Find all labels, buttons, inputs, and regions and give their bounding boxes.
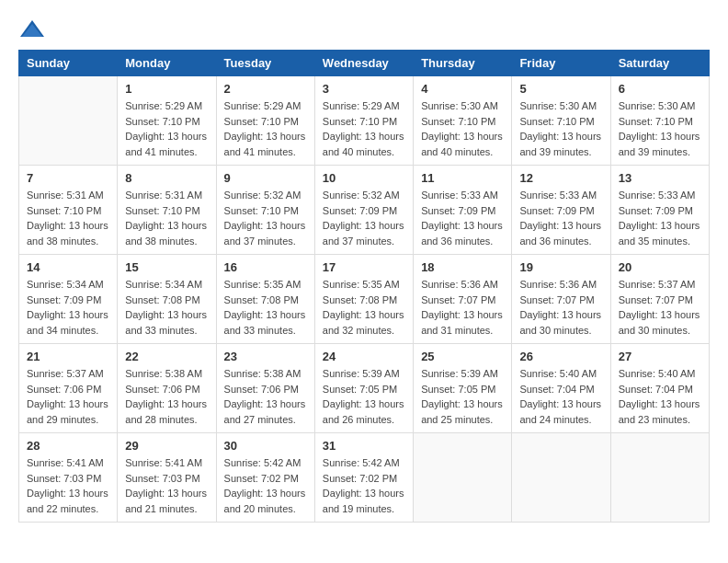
day-cell (414, 433, 512, 523)
page-header (18, 18, 710, 40)
day-info: Sunrise: 5:30 AM Sunset: 7:10 PM Dayligh… (421, 98, 504, 159)
day-info: Sunrise: 5:41 AM Sunset: 7:03 PM Dayligh… (125, 455, 208, 516)
day-cell: 31Sunrise: 5:42 AM Sunset: 7:02 PM Dayli… (314, 433, 413, 523)
day-number: 26 (519, 350, 602, 363)
day-cell: 5Sunrise: 5:30 AM Sunset: 7:10 PM Daylig… (512, 76, 610, 166)
day-number: 28 (27, 439, 109, 453)
day-cell: 8Sunrise: 5:31 AM Sunset: 7:10 PM Daylig… (118, 166, 216, 255)
logo-icon (18, 18, 46, 40)
day-cell: 7Sunrise: 5:31 AM Sunset: 7:10 PM Daylig… (19, 166, 118, 255)
day-number: 27 (619, 350, 701, 363)
day-info: Sunrise: 5:36 AM Sunset: 7:07 PM Dayligh… (421, 277, 504, 338)
day-number: 22 (125, 350, 208, 363)
day-info: Sunrise: 5:32 AM Sunset: 7:09 PM Dayligh… (323, 188, 405, 248)
day-number: 10 (323, 171, 405, 185)
day-info: Sunrise: 5:30 AM Sunset: 7:10 PM Dayligh… (619, 98, 701, 159)
weekday-header-wednesday: Wednesday (314, 51, 413, 76)
day-number: 16 (224, 260, 307, 274)
weekday-header-friday: Friday (512, 51, 610, 76)
day-cell: 16Sunrise: 5:35 AM Sunset: 7:08 PM Dayli… (216, 255, 314, 344)
week-row-1: 1Sunrise: 5:29 AM Sunset: 7:10 PM Daylig… (19, 76, 710, 166)
weekday-header-row: SundayMondayTuesdayWednesdayThursdayFrid… (19, 51, 710, 76)
day-number: 29 (125, 439, 208, 453)
day-number: 4 (421, 82, 504, 96)
day-cell: 1Sunrise: 5:29 AM Sunset: 7:10 PM Daylig… (118, 76, 216, 166)
day-number: 31 (323, 439, 405, 453)
day-cell: 19Sunrise: 5:36 AM Sunset: 7:07 PM Dayli… (512, 255, 610, 344)
day-number: 5 (519, 82, 602, 96)
day-cell: 2Sunrise: 5:29 AM Sunset: 7:10 PM Daylig… (216, 76, 314, 166)
week-row-3: 14Sunrise: 5:34 AM Sunset: 7:09 PM Dayli… (19, 255, 710, 344)
day-cell: 28Sunrise: 5:41 AM Sunset: 7:03 PM Dayli… (19, 433, 118, 523)
day-number: 11 (421, 171, 504, 185)
day-number: 6 (619, 82, 701, 96)
week-row-5: 28Sunrise: 5:41 AM Sunset: 7:03 PM Dayli… (19, 433, 710, 523)
day-cell: 22Sunrise: 5:38 AM Sunset: 7:06 PM Dayli… (118, 344, 216, 433)
day-number: 20 (619, 260, 701, 274)
day-cell: 25Sunrise: 5:39 AM Sunset: 7:05 PM Dayli… (414, 344, 512, 433)
day-info: Sunrise: 5:38 AM Sunset: 7:06 PM Dayligh… (125, 366, 208, 427)
day-info: Sunrise: 5:33 AM Sunset: 7:09 PM Dayligh… (619, 188, 701, 248)
day-info: Sunrise: 5:36 AM Sunset: 7:07 PM Dayligh… (519, 277, 602, 338)
day-info: Sunrise: 5:33 AM Sunset: 7:09 PM Dayligh… (519, 188, 602, 248)
day-cell: 4Sunrise: 5:30 AM Sunset: 7:10 PM Daylig… (414, 76, 512, 166)
day-number: 19 (519, 260, 602, 274)
day-number: 1 (125, 82, 208, 96)
day-info: Sunrise: 5:31 AM Sunset: 7:10 PM Dayligh… (125, 188, 208, 248)
day-cell (610, 433, 709, 523)
day-info: Sunrise: 5:31 AM Sunset: 7:10 PM Dayligh… (27, 188, 109, 248)
day-cell: 12Sunrise: 5:33 AM Sunset: 7:09 PM Dayli… (512, 166, 610, 255)
day-number: 9 (224, 171, 307, 185)
day-info: Sunrise: 5:37 AM Sunset: 7:07 PM Dayligh… (619, 277, 701, 338)
day-cell: 17Sunrise: 5:35 AM Sunset: 7:08 PM Dayli… (314, 255, 413, 344)
day-info: Sunrise: 5:33 AM Sunset: 7:09 PM Dayligh… (421, 188, 504, 248)
weekday-header-thursday: Thursday (414, 51, 512, 76)
week-row-2: 7Sunrise: 5:31 AM Sunset: 7:10 PM Daylig… (19, 166, 710, 255)
day-cell: 14Sunrise: 5:34 AM Sunset: 7:09 PM Dayli… (19, 255, 118, 344)
day-cell: 13Sunrise: 5:33 AM Sunset: 7:09 PM Dayli… (610, 166, 709, 255)
day-info: Sunrise: 5:42 AM Sunset: 7:02 PM Dayligh… (224, 455, 307, 516)
day-cell (19, 76, 118, 166)
day-number: 13 (619, 171, 701, 185)
day-number: 17 (323, 260, 405, 274)
calendar-table: SundayMondayTuesdayWednesdayThursdayFrid… (18, 50, 710, 523)
day-number: 21 (27, 350, 109, 363)
day-cell (512, 433, 610, 523)
day-info: Sunrise: 5:29 AM Sunset: 7:10 PM Dayligh… (224, 98, 307, 159)
day-cell: 29Sunrise: 5:41 AM Sunset: 7:03 PM Dayli… (118, 433, 216, 523)
day-cell: 6Sunrise: 5:30 AM Sunset: 7:10 PM Daylig… (610, 76, 709, 166)
day-info: Sunrise: 5:30 AM Sunset: 7:10 PM Dayligh… (519, 98, 602, 159)
day-info: Sunrise: 5:32 AM Sunset: 7:10 PM Dayligh… (224, 188, 307, 248)
day-number: 25 (421, 350, 504, 363)
day-info: Sunrise: 5:42 AM Sunset: 7:02 PM Dayligh… (323, 455, 405, 516)
day-info: Sunrise: 5:38 AM Sunset: 7:06 PM Dayligh… (224, 366, 307, 427)
day-cell: 15Sunrise: 5:34 AM Sunset: 7:08 PM Dayli… (118, 255, 216, 344)
day-number: 15 (125, 260, 208, 274)
day-info: Sunrise: 5:40 AM Sunset: 7:04 PM Dayligh… (619, 366, 701, 427)
day-number: 7 (27, 171, 109, 185)
day-cell: 26Sunrise: 5:40 AM Sunset: 7:04 PM Dayli… (512, 344, 610, 433)
day-cell: 18Sunrise: 5:36 AM Sunset: 7:07 PM Dayli… (414, 255, 512, 344)
day-number: 24 (323, 350, 405, 363)
day-number: 18 (421, 260, 504, 274)
logo (18, 18, 50, 40)
day-info: Sunrise: 5:39 AM Sunset: 7:05 PM Dayligh… (421, 366, 504, 427)
day-info: Sunrise: 5:37 AM Sunset: 7:06 PM Dayligh… (27, 366, 109, 427)
day-cell: 10Sunrise: 5:32 AM Sunset: 7:09 PM Dayli… (314, 166, 413, 255)
day-info: Sunrise: 5:39 AM Sunset: 7:05 PM Dayligh… (323, 366, 405, 427)
day-cell: 27Sunrise: 5:40 AM Sunset: 7:04 PM Dayli… (610, 344, 709, 433)
day-number: 23 (224, 350, 307, 363)
day-cell: 30Sunrise: 5:42 AM Sunset: 7:02 PM Dayli… (216, 433, 314, 523)
day-info: Sunrise: 5:29 AM Sunset: 7:10 PM Dayligh… (323, 98, 405, 159)
weekday-header-monday: Monday (118, 51, 216, 76)
day-info: Sunrise: 5:41 AM Sunset: 7:03 PM Dayligh… (27, 455, 109, 516)
week-row-4: 21Sunrise: 5:37 AM Sunset: 7:06 PM Dayli… (19, 344, 710, 433)
weekday-header-tuesday: Tuesday (216, 51, 314, 76)
day-cell: 3Sunrise: 5:29 AM Sunset: 7:10 PM Daylig… (314, 76, 413, 166)
day-cell: 24Sunrise: 5:39 AM Sunset: 7:05 PM Dayli… (314, 344, 413, 433)
day-cell: 21Sunrise: 5:37 AM Sunset: 7:06 PM Dayli… (19, 344, 118, 433)
day-number: 14 (27, 260, 109, 274)
day-info: Sunrise: 5:40 AM Sunset: 7:04 PM Dayligh… (519, 366, 602, 427)
day-info: Sunrise: 5:34 AM Sunset: 7:09 PM Dayligh… (27, 277, 109, 338)
day-info: Sunrise: 5:29 AM Sunset: 7:10 PM Dayligh… (125, 98, 208, 159)
